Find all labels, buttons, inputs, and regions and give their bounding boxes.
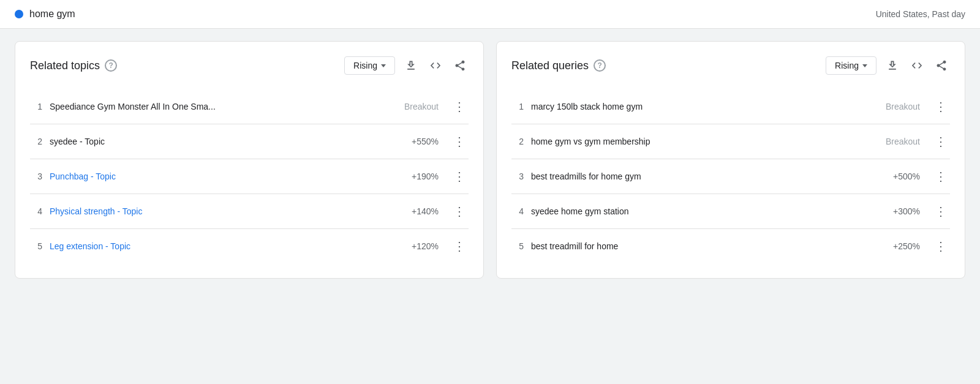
rising-label: Rising	[835, 61, 859, 70]
search-term-label: home gym	[29, 9, 75, 20]
more-options-button[interactable]: ⋮	[932, 99, 950, 114]
related-queries-title: Related queries	[511, 59, 589, 72]
download-icon	[405, 59, 417, 72]
rising-label: Rising	[353, 61, 377, 70]
related-topics-actions: Rising	[344, 56, 469, 75]
more-options-button[interactable]: ⋮	[932, 239, 950, 254]
more-options-button[interactable]: ⋮	[932, 134, 950, 149]
related-topics-download-button[interactable]	[402, 57, 420, 74]
more-options-button[interactable]: ⋮	[451, 239, 469, 254]
chevron-down-icon	[862, 64, 867, 67]
list-item: 2 syedee - Topic +550% ⋮	[30, 124, 469, 159]
embed-icon	[911, 59, 923, 72]
list-item: 4 syedee home gym station +300% ⋮	[511, 194, 950, 229]
list-item: 1 marcy 150lb stack home gym Breakout ⋮	[511, 89, 950, 124]
related-topics-header: Related topics ? Rising	[30, 56, 469, 75]
related-queries-actions: Rising	[826, 56, 950, 75]
list-item: 4 Physical strength - Topic +140% ⋮	[30, 194, 469, 229]
related-topics-title-group: Related topics ?	[30, 59, 117, 72]
related-queries-title-group: Related queries ?	[511, 59, 606, 72]
related-topics-list: 1 Speediance Gym Monster All In One Sma.…	[30, 89, 469, 263]
more-options-button[interactable]: ⋮	[451, 169, 469, 184]
share-icon	[454, 59, 466, 72]
related-topics-help-icon[interactable]: ?	[105, 59, 117, 72]
list-item: 3 Punchbag - Topic +190% ⋮	[30, 159, 469, 194]
list-item: 5 Leg extension - Topic +120% ⋮	[30, 229, 469, 263]
main-content: Related topics ? Rising	[0, 29, 980, 291]
chevron-down-icon	[381, 64, 386, 67]
more-options-button[interactable]: ⋮	[932, 204, 950, 219]
related-queries-list: 1 marcy 150lb stack home gym Breakout ⋮ …	[511, 89, 950, 263]
more-options-button[interactable]: ⋮	[932, 169, 950, 184]
related-queries-download-button[interactable]	[884, 57, 901, 74]
share-icon	[935, 59, 948, 72]
related-queries-share-button[interactable]	[933, 57, 950, 74]
related-queries-card: Related queries ? Rising	[496, 41, 965, 279]
related-topics-embed-button[interactable]	[427, 57, 444, 74]
related-queries-embed-button[interactable]	[908, 57, 925, 74]
top-bar: home gym United States, Past day	[0, 0, 980, 29]
more-options-button[interactable]: ⋮	[451, 99, 469, 114]
list-item: 3 best treadmills for home gym +500% ⋮	[511, 159, 950, 194]
related-topics-rising-button[interactable]: Rising	[344, 56, 395, 75]
list-item: 1 Speediance Gym Monster All In One Sma.…	[30, 89, 469, 124]
more-options-button[interactable]: ⋮	[451, 204, 469, 219]
related-topics-share-button[interactable]	[451, 57, 469, 74]
search-dot-icon	[15, 10, 23, 18]
related-queries-header: Related queries ? Rising	[511, 56, 950, 75]
embed-icon	[429, 59, 442, 72]
related-topics-card: Related topics ? Rising	[15, 41, 484, 279]
location-filter-label: United States, Past day	[876, 9, 965, 19]
list-item: 5 best treadmill for home +250% ⋮	[511, 229, 950, 263]
list-item: 2 home gym vs gym membership Breakout ⋮	[511, 124, 950, 159]
download-icon	[886, 59, 899, 72]
more-options-button[interactable]: ⋮	[451, 134, 469, 149]
search-term-group: home gym	[15, 9, 75, 20]
related-queries-help-icon[interactable]: ?	[594, 59, 606, 72]
related-queries-rising-button[interactable]: Rising	[826, 56, 876, 75]
related-topics-title: Related topics	[30, 59, 100, 72]
